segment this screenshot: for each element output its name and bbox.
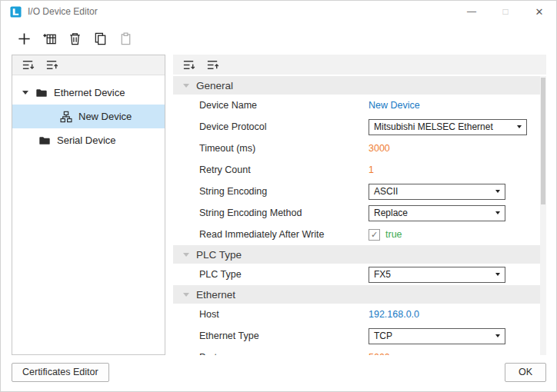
property-label: String Encoding Method	[199, 208, 369, 218]
property-label: Ethernet Type	[199, 331, 369, 341]
chevron-down-icon	[495, 190, 500, 193]
property-label: Retry Count	[199, 164, 369, 175]
add-device-button[interactable]	[15, 29, 34, 48]
certificates-editor-button[interactable]: Certificates Editor	[12, 363, 109, 382]
dropdown-value: FX5	[374, 269, 391, 280]
chevron-down-icon	[183, 293, 189, 297]
paste-button[interactable]	[116, 29, 135, 48]
property-row-read-immediately: Read Immediately After Write ✓ true	[173, 224, 546, 245]
folder-icon	[38, 135, 51, 147]
section-title: General	[196, 80, 233, 91]
device-protocol-dropdown[interactable]: Mitsubishi MELSEC Ethernet	[369, 119, 527, 135]
port-value[interactable]: 5000	[369, 352, 390, 355]
property-label: String Encoding	[199, 186, 369, 197]
main-content: Ethernet Device New Device Serial Device	[1, 55, 556, 357]
collapse-all-sections-button[interactable]	[180, 56, 197, 73]
add-table-button[interactable]	[40, 29, 59, 48]
section-header-general[interactable]: General	[173, 76, 546, 95]
chevron-down-icon	[517, 125, 522, 128]
property-row-device-protocol: Device Protocol Mitsubishi MELSEC Ethern…	[173, 116, 546, 138]
property-label: Device Protocol	[199, 121, 369, 132]
chevron-down-icon	[183, 84, 189, 88]
collapse-all-icon	[22, 58, 35, 71]
scrollbar-thumb[interactable]	[541, 78, 545, 204]
tree-toolbar	[12, 55, 165, 75]
delete-icon	[68, 32, 82, 46]
add-icon	[17, 32, 32, 46]
property-row-host: Host 192.168.0.0	[173, 304, 546, 325]
folder-icon	[35, 87, 48, 99]
tree-item-label: Ethernet Device	[54, 87, 125, 98]
device-tree: Ethernet Device New Device Serial Device	[12, 75, 165, 152]
chevron-down-icon	[495, 334, 500, 337]
section-title: PLC Type	[196, 249, 242, 261]
delete-button[interactable]	[65, 29, 85, 48]
property-label: Host	[199, 309, 369, 320]
property-row-retry-count: Retry Count 1	[173, 159, 546, 181]
app-icon	[10, 6, 22, 18]
add-table-icon	[42, 32, 57, 46]
property-toolbar	[173, 55, 546, 75]
expand-all-button[interactable]	[43, 57, 60, 74]
timeout-value[interactable]: 3000	[369, 143, 390, 154]
titlebar: I/O Device Editor — □ ✕	[1, 1, 556, 22]
device-tree-panel: Ethernet Device New Device Serial Device	[12, 55, 165, 355]
property-panel: General Device Name New Device Device Pr…	[173, 55, 546, 355]
host-value[interactable]: 192.168.0.0	[369, 309, 419, 320]
chevron-down-icon	[495, 211, 500, 214]
plc-type-dropdown[interactable]: FX5	[369, 267, 505, 283]
read-immediately-value: true	[385, 229, 402, 240]
retry-count-value[interactable]: 1	[369, 164, 374, 175]
expand-all-sections-button[interactable]	[204, 56, 221, 73]
window-title: I/O Device Editor	[28, 6, 98, 17]
collapse-all-button[interactable]	[19, 57, 36, 74]
footer-bar: Certificates Editor OK	[1, 357, 556, 391]
read-immediately-checkbox[interactable]: ✓	[369, 229, 380, 241]
section-header-plc-type[interactable]: PLC Type	[173, 245, 546, 264]
sidebar-item-new-device[interactable]: New Device	[12, 105, 165, 128]
tree-item-label: New Device	[78, 111, 132, 122]
tree-item-label: Serial Device	[57, 135, 116, 146]
property-label: PLC Type	[199, 269, 369, 280]
property-grid: General Device Name New Device Device Pr…	[173, 76, 546, 355]
property-label: Port	[199, 352, 369, 355]
main-toolbar	[1, 22, 556, 55]
sidebar-item-serial-device[interactable]: Serial Device	[12, 128, 165, 152]
string-encoding-dropdown[interactable]: ASCII	[369, 184, 505, 200]
property-label: Read Immediately After Write	[199, 229, 369, 240]
ok-button[interactable]: OK	[505, 363, 546, 382]
window-controls: — □ ✕	[455, 1, 556, 22]
dropdown-value: TCP	[374, 331, 392, 341]
chevron-down-icon[interactable]	[22, 91, 28, 95]
chevron-down-icon	[495, 273, 500, 276]
network-device-icon	[60, 111, 72, 123]
collapse-all-icon	[182, 58, 195, 71]
property-row-string-encoding-method: String Encoding Method Replace	[173, 202, 546, 224]
paste-icon	[118, 32, 133, 46]
section-title: Ethernet	[196, 289, 235, 301]
expand-all-icon	[45, 58, 58, 71]
ethernet-type-dropdown[interactable]: TCP	[369, 328, 505, 344]
property-row-device-name: Device Name New Device	[173, 95, 546, 116]
dropdown-value: Replace	[374, 208, 408, 218]
section-header-ethernet[interactable]: Ethernet	[173, 285, 546, 304]
copy-button[interactable]	[91, 29, 110, 48]
property-label: Timeout (ms)	[199, 143, 369, 154]
expand-all-icon	[206, 58, 219, 71]
check-icon: ✓	[371, 230, 378, 240]
property-row-port: Port 5000	[173, 347, 546, 355]
dropdown-value: ASCII	[374, 186, 398, 197]
device-name-value[interactable]: New Device	[369, 100, 420, 111]
property-label: Device Name	[199, 100, 369, 111]
minimize-button[interactable]: —	[455, 1, 489, 22]
property-row-timeout: Timeout (ms) 3000	[173, 138, 546, 159]
sidebar-item-ethernet-device[interactable]: Ethernet Device	[12, 81, 165, 105]
dropdown-value: Mitsubishi MELSEC Ethernet	[374, 121, 493, 132]
close-button[interactable]: ✕	[522, 1, 556, 22]
maximize-button[interactable]: □	[489, 1, 522, 22]
copy-icon	[93, 32, 108, 46]
vertical-scrollbar[interactable]	[540, 76, 546, 355]
string-encoding-method-dropdown[interactable]: Replace	[369, 205, 505, 221]
property-row-string-encoding: String Encoding ASCII	[173, 181, 546, 202]
property-row-plc-type: PLC Type FX5	[173, 264, 546, 285]
